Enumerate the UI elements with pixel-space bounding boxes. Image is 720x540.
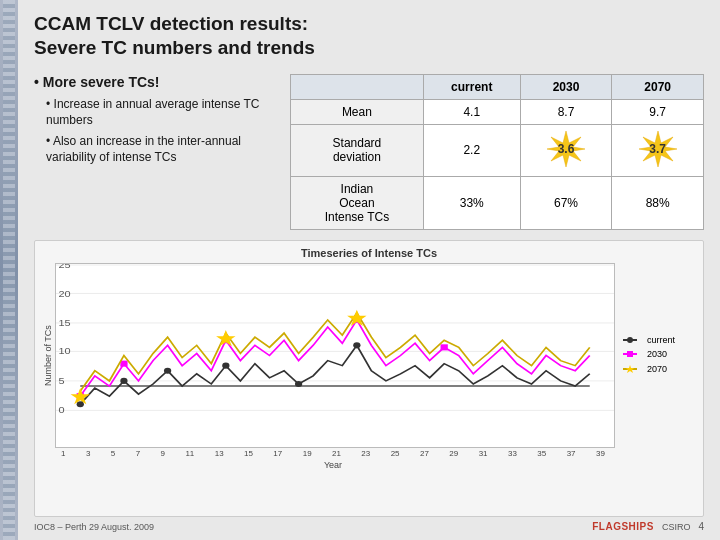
- chart-legend: current 2030 2070: [615, 263, 695, 448]
- svg-point-3: [627, 337, 633, 343]
- y-tick-5: 5: [58, 375, 65, 385]
- mean-2030: 8.7: [520, 99, 612, 124]
- table-row: IndianOceanIntense TCs 33% 67% 88%: [291, 176, 704, 229]
- bullet-main: • More severe TCs!: [34, 74, 274, 90]
- chart-plot-area: 0 5 10 15 20 25: [55, 263, 615, 448]
- legend-item-2070: 2070: [623, 363, 695, 375]
- main-content: CCAM TCLV detection results: Severe TC n…: [18, 0, 720, 540]
- y-axis-label: Number of TCs: [43, 263, 53, 448]
- content-row: • More severe TCs! Increase in annual av…: [34, 74, 704, 230]
- chart-svg: 0 5 10 15 20 25: [56, 264, 614, 447]
- dot-current-2: [120, 377, 127, 383]
- io-2070: 88%: [612, 176, 704, 229]
- y-tick-20: 20: [58, 288, 71, 298]
- starburst-2030: 3.6: [547, 130, 585, 168]
- y-tick-0: 0: [58, 405, 65, 415]
- legend-line-2030: [623, 349, 643, 359]
- svg-rect-5: [627, 351, 633, 357]
- dot-current-3: [164, 367, 171, 373]
- row-label-mean: Mean: [291, 99, 424, 124]
- line-2030: [80, 319, 589, 395]
- io-2030: 67%: [520, 176, 612, 229]
- table-row: Standarddeviation 2.2 3.6: [291, 124, 704, 176]
- y-tick-25: 25: [58, 264, 71, 270]
- data-table-wrap: current 2030 2070 Mean 4.1 8.7 9.7: [290, 74, 704, 230]
- bullets-section: • More severe TCs! Increase in annual av…: [34, 74, 274, 171]
- legend-item-2030: 2030: [623, 349, 695, 359]
- table-row: Mean 4.1 8.7 9.7: [291, 99, 704, 124]
- col-2030: 2030: [520, 74, 612, 99]
- legend-line-2070: [623, 363, 643, 375]
- bullet-sub-1: Increase in annual average intense TC nu…: [46, 96, 274, 128]
- row-label-stddev: Standarddeviation: [291, 124, 424, 176]
- flagship-logo: FLAGSHIPS: [592, 521, 654, 532]
- bullet-sub-2: Also an increase in the inter-annual var…: [46, 133, 274, 165]
- legend-line-current: [623, 335, 643, 345]
- legend-item-current: current: [623, 335, 695, 345]
- footer-text: IOC8 – Perth 29 August. 2009: [34, 522, 154, 532]
- footer-row: IOC8 – Perth 29 August. 2009 FLAGSHIPS C…: [34, 521, 704, 532]
- legend-label-2030: 2030: [647, 349, 667, 359]
- dot-current-6: [353, 342, 360, 348]
- chart-title: Timeseries of Intense TCs: [43, 247, 695, 259]
- page-title: CCAM TCLV detection results: Severe TC n…: [34, 12, 704, 60]
- y-tick-15: 15: [58, 317, 71, 327]
- table-header-row: current 2030 2070: [291, 74, 704, 99]
- left-strip: [0, 0, 18, 540]
- legend-label-2070: 2070: [647, 364, 667, 374]
- svg-marker-7: [626, 365, 634, 373]
- chart-inner: Number of TCs 0 5 10 15: [43, 263, 695, 448]
- dot-current-4: [222, 362, 229, 368]
- stddev-2070: 3.7: [612, 124, 704, 176]
- mean-current: 4.1: [423, 99, 520, 124]
- col-2070: 2070: [612, 74, 704, 99]
- legend-label-current: current: [647, 335, 675, 345]
- line-2070: [80, 312, 589, 390]
- dot-current-5: [295, 380, 302, 386]
- stddev-2030: 3.6: [520, 124, 612, 176]
- chart-container: Timeseries of Intense TCs Number of TCs …: [34, 240, 704, 518]
- y-tick-10: 10: [58, 346, 71, 356]
- dot-current-1: [77, 401, 84, 407]
- csiro-logo: CSIRO: [662, 522, 691, 532]
- stddev-current: 2.2: [423, 124, 520, 176]
- stddev-2070-value: 3.7: [649, 142, 666, 156]
- starburst-2070: 3.7: [639, 130, 677, 168]
- col-current: current: [423, 74, 520, 99]
- row-label-io: IndianOceanIntense TCs: [291, 176, 424, 229]
- slide: CCAM TCLV detection results: Severe TC n…: [0, 0, 720, 540]
- results-table: current 2030 2070 Mean 4.1 8.7 9.7: [290, 74, 704, 230]
- logo-area: FLAGSHIPS CSIRO 4: [592, 521, 704, 532]
- dot-2030-5: [441, 344, 448, 350]
- page-number: 4: [698, 521, 704, 532]
- line-current: [80, 345, 589, 404]
- col-label: [291, 74, 424, 99]
- stddev-2030-value: 3.6: [558, 142, 575, 156]
- io-current: 33%: [423, 176, 520, 229]
- x-axis-title: Year: [324, 460, 342, 470]
- mean-2070: 9.7: [612, 99, 704, 124]
- title-area: CCAM TCLV detection results: Severe TC n…: [34, 12, 704, 60]
- x-axis-ticks: 1 3 5 7 9 11 13 15 17 19 21 23 25 27 29 …: [59, 448, 607, 459]
- x-axis-area: 1 3 5 7 9 11 13 15 17 19 21 23 25 27 29 …: [59, 448, 607, 470]
